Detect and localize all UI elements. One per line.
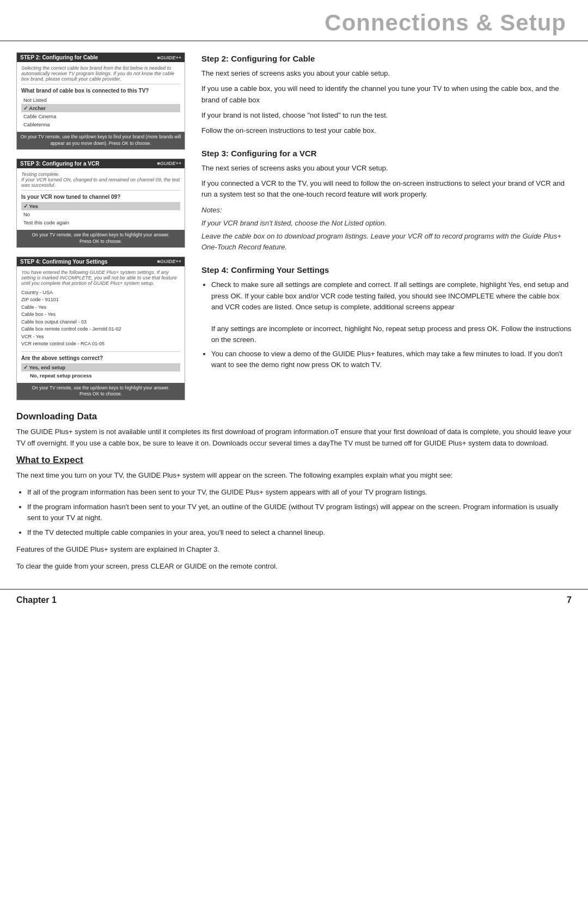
what-to-expect-bullets: If all of the program information has be…	[27, 487, 572, 539]
step4-bullet1: Check to make sure all settings are comp…	[211, 279, 572, 345]
step3-header-label: STEP 3: Configuring for a VCR	[20, 161, 99, 167]
step4-bullet2: You can choose to view a demo of the GUI…	[211, 349, 572, 370]
right-column: Step 2: Configuring for Cable The next s…	[201, 52, 572, 400]
wte-p1: Features of the GUIDE Plus+ system are e…	[16, 544, 572, 556]
note2: Leave the cable box on to download progr…	[201, 231, 572, 253]
step4-heading: Step 4: Confirming Your Settings	[201, 264, 572, 276]
step2-footer: On your TV remote, use the up/down keys …	[17, 132, 185, 149]
step3-screen: STEP 3: Configuring for a VCR ■GUIDE++ T…	[16, 158, 185, 248]
main-content: STEP 2: Configuring for Cable ■GUIDE++ S…	[0, 52, 588, 400]
step2-p3: If your brand is not listed, choose "not…	[201, 110, 572, 121]
step3-option-1: No	[21, 210, 180, 218]
notes-label: Notes:	[201, 205, 572, 216]
page-footer: Chapter 1 7	[0, 589, 588, 611]
step3-screen-header: STEP 3: Configuring for a VCR ■GUIDE++	[17, 159, 185, 168]
step2-question: What brand of cable box is connected to …	[21, 88, 180, 94]
note1: If your VCR brand isn't listed, choose t…	[201, 218, 572, 229]
step3-option-2: Test this code again	[21, 218, 180, 227]
step4-screen: STEP 4: Confirming Your Settings ■GUIDE+…	[16, 257, 185, 401]
step2-heading: Step 2: Configuring for Cable	[201, 52, 572, 65]
step2-screen-header: STEP 2: Configuring for Cable ■GUIDE++	[17, 53, 185, 62]
step2-note: Selecting the correct cable box brand fr…	[21, 65, 180, 82]
page-header: Connections & Setup	[0, 0, 588, 41]
step4-option-1: No, repeat setup process	[28, 371, 180, 380]
step2-option-1: Archer	[21, 104, 180, 112]
step4-p2: If any settings are incomplete or incorr…	[211, 325, 571, 344]
chapter-label: Chapter 1	[16, 595, 57, 605]
step4-bullets: Check to make sure all settings are comp…	[211, 279, 572, 370]
step2-header-label: STEP 2: Configuring for Cable	[20, 54, 98, 60]
step2-p1: The next series of screens asks you abou…	[201, 68, 572, 79]
what-to-expect-heading: What to Expect	[16, 455, 572, 466]
step4-note: You have entered the following GUIDE Plu…	[21, 270, 180, 286]
wte-bullet-2: If the TV detected multiple cable compan…	[27, 527, 572, 539]
page-number: 7	[567, 595, 572, 605]
step2-screen-body: Selecting the correct cable box brand fr…	[17, 62, 185, 132]
step3-screen-body: Testing complete.If your VCR turned ON, …	[17, 168, 185, 230]
wte-bullet-1: If the program information hasn't been s…	[27, 502, 572, 524]
step4-header-label: STEP 4: Confirming Your Settings	[20, 259, 108, 265]
step3-p1: The next series of screens asks you abou…	[201, 163, 572, 174]
what-to-expect-intro: The next time you turn on your TV, the G…	[16, 470, 572, 481]
bottom-sections: Downloading Data The GUIDE Plus+ system …	[0, 400, 588, 572]
page-title: Connections & Setup	[22, 10, 566, 36]
step4-screen-body: You have entered the following GUIDE Plu…	[17, 266, 185, 383]
step3-question: Is your VCR now tuned to channel 09?	[21, 194, 180, 200]
step2-guide-logo: ■GUIDE++	[157, 55, 181, 60]
step3-heading: Step 3: Configuring for a VCR	[201, 147, 572, 160]
wte-bullet-0: If all of the program information has be…	[27, 487, 572, 498]
step2-option-3: Cabletenna	[21, 120, 180, 129]
step2-p4: Follow the on-screen instructions to tes…	[201, 125, 572, 136]
step4-footer: On your TV remote, use the up/down keys …	[17, 383, 185, 400]
step4-settings-list: Country - USA ZIP code - 91101 Cable - Y…	[21, 288, 180, 349]
step3-guide-logo: ■GUIDE++	[157, 161, 181, 166]
step3-footer: On your TV remote, use the up/down keys …	[17, 230, 185, 247]
step3-option-0: Yes	[21, 202, 180, 210]
step4-screen-header: STEP 4: Confirming Your Settings ■GUIDE+…	[17, 257, 185, 266]
downloading-body: The GUIDE Plus+ system is not available …	[16, 426, 572, 449]
step2-p2: If you use a cable box, you will need to…	[201, 83, 572, 105]
left-column: STEP 2: Configuring for Cable ■GUIDE++ S…	[16, 52, 185, 400]
step4-question: Are the above settings correct?	[21, 355, 180, 361]
step2-option-2: Cable Cinema	[21, 112, 180, 120]
wte-p2: To clear the guide from your screen, pre…	[16, 561, 572, 572]
step3-note: Testing complete.If your VCR turned ON, …	[21, 172, 180, 188]
step4-guide-logo: ■GUIDE++	[157, 259, 181, 264]
step2-screen: STEP 2: Configuring for Cable ■GUIDE++ S…	[16, 52, 185, 150]
step4-option-0: Yes, end setup	[21, 363, 180, 371]
step3-p2: If you connected a VCR to the TV, you wi…	[201, 178, 572, 200]
step2-option-0: Not Listed	[21, 96, 180, 104]
downloading-heading: Downloading Data	[16, 411, 572, 422]
